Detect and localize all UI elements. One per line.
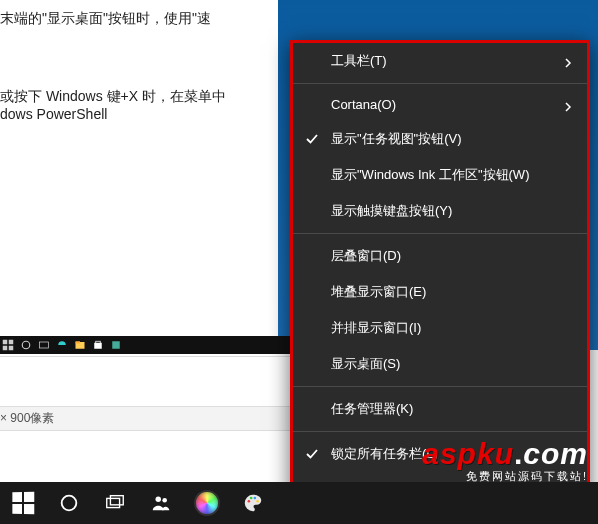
svg-rect-9 [96,341,101,343]
inset-taskbar [0,336,290,354]
editor-status-text: × 900像素 [0,411,54,425]
chevron-right-icon [563,100,573,110]
inset-start-icon [2,339,14,351]
chevron-right-icon [563,56,573,66]
svg-point-17 [248,500,251,503]
paint-palette-icon [242,492,264,514]
menu-stacked-label: 堆叠显示窗口(E) [331,283,426,301]
svg-point-12 [62,496,77,511]
cortana-circle-icon [58,492,80,514]
menu-toolbars[interactable]: 工具栏(T) [293,43,587,79]
inset-cortana-icon [20,339,32,351]
menu-cascade-label: 层叠窗口(D) [331,247,401,265]
svg-rect-10 [112,341,120,349]
menu-show-ink-label: 显示"Windows Ink 工作区"按钮(W) [331,166,529,184]
svg-point-19 [254,497,257,500]
taskbar-context-menu: 工具栏(T) Cortana(O) 显示"任务视图"按钮(V) 显示"Windo… [290,40,590,511]
menu-toolbars-label: 工具栏(T) [331,52,387,70]
cortana-button[interactable] [46,482,92,524]
menu-show-touch-keyboard-label: 显示触摸键盘按钮(Y) [331,202,452,220]
svg-rect-1 [9,340,14,345]
menu-task-manager-label: 任务管理器(K) [331,400,413,418]
inset-taskview-icon [38,339,50,351]
svg-rect-2 [3,346,8,351]
people-icon [150,492,172,514]
menu-show-desktop-label: 显示桌面(S) [331,355,400,373]
start-button[interactable] [0,482,46,524]
windows-taskbar[interactable] [0,482,598,524]
menu-separator [293,83,587,84]
svg-rect-3 [9,346,14,351]
check-icon [305,447,319,461]
menu-cortana-label: Cortana(O) [331,97,396,112]
menu-lock-taskbars-label: 锁定所有任务栏(L) [331,445,438,463]
taskview-icon [104,492,126,514]
inset-app-icon [110,339,122,351]
check-icon [305,132,319,146]
menu-show-ink[interactable]: 显示"Windows Ink 工作区"按钮(W) [293,157,587,193]
menu-separator [293,386,587,387]
inset-store-icon [92,339,104,351]
app-circle-icon [194,490,220,516]
background-document: 末端的"显示桌面"按钮时，使用"速 或按下 Windows 键+X 时，在菜单中… [0,0,280,300]
svg-point-4 [22,341,30,349]
menu-show-touch-keyboard[interactable]: 显示触摸键盘按钮(Y) [293,193,587,229]
people-button[interactable] [138,482,184,524]
svg-rect-7 [76,341,81,343]
menu-show-taskview[interactable]: 显示"任务视图"按钮(V) [293,121,587,157]
svg-rect-0 [3,340,8,345]
doc-text-1: 末端的"显示桌面"按钮时，使用"速 [0,10,280,28]
svg-rect-5 [40,342,49,348]
menu-separator [293,431,587,432]
svg-rect-13 [107,498,120,507]
menu-cascade[interactable]: 层叠窗口(D) [293,238,587,274]
doc-text-2b: dows PowerShell [0,106,280,122]
menu-sidebyside-label: 并排显示窗口(I) [331,319,421,337]
svg-point-20 [256,500,259,503]
svg-point-15 [156,497,162,503]
svg-point-16 [162,498,167,503]
windows-logo-icon [12,492,34,515]
menu-lock-taskbars[interactable]: 锁定所有任务栏(L) [293,436,587,472]
pinned-paint[interactable] [230,482,276,524]
menu-show-desktop[interactable]: 显示桌面(S) [293,346,587,382]
menu-show-taskview-label: 显示"任务视图"按钮(V) [331,130,462,148]
svg-point-18 [250,497,253,500]
menu-separator [293,233,587,234]
taskview-button[interactable] [92,482,138,524]
inset-explorer-icon [74,339,86,351]
inset-edge-icon [56,339,68,351]
editor-status-bar: × 900像素 [0,406,290,431]
menu-stacked[interactable]: 堆叠显示窗口(E) [293,274,587,310]
menu-sidebyside[interactable]: 并排显示窗口(I) [293,310,587,346]
svg-rect-14 [110,496,123,505]
doc-text-2a: 或按下 Windows 键+X 时，在菜单中 [0,88,280,106]
pinned-app[interactable] [184,482,230,524]
menu-task-manager[interactable]: 任务管理器(K) [293,391,587,427]
menu-cortana[interactable]: Cortana(O) [293,88,587,121]
